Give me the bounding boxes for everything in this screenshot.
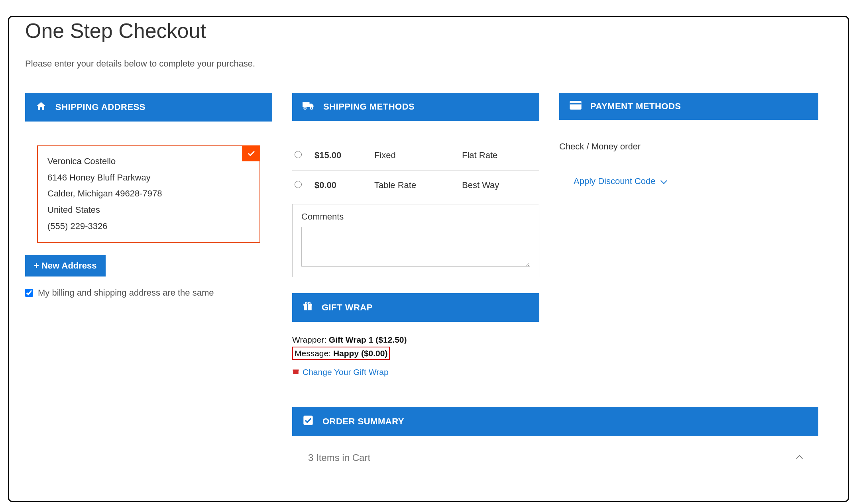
chevron-up-icon bbox=[796, 455, 803, 462]
payment-methods-header-label: PAYMENT METHODS bbox=[590, 101, 681, 112]
gift-wrap-message-line: Message: Happy ($0.00) bbox=[292, 347, 539, 360]
shipping-methods-column: SHIPPING METHODS $15.00 Fixed Flat Rate … bbox=[292, 93, 539, 467]
gift-wrap-message-value: Happy ($0.00) bbox=[333, 349, 388, 358]
home-icon bbox=[35, 101, 47, 114]
shipping-method-name: Table Rate bbox=[374, 180, 462, 190]
checkout-columns: SHIPPING ADDRESS Veronica Costello 6146 … bbox=[25, 93, 832, 467]
gift-wrap-header: GIFT WRAP bbox=[292, 293, 539, 322]
shipping-method-carrier: Best Way bbox=[462, 180, 537, 190]
chevron-down-icon bbox=[660, 177, 667, 184]
shipping-address-header-label: SHIPPING ADDRESS bbox=[55, 102, 145, 112]
order-summary-header: ORDER SUMMARY bbox=[292, 407, 818, 436]
card-icon bbox=[570, 101, 582, 112]
svg-rect-4 bbox=[307, 304, 308, 310]
svg-rect-7 bbox=[293, 371, 299, 374]
gift-wrap-body: Wrapper: Gift Wrap 1 ($12.50) Message: H… bbox=[292, 333, 539, 379]
address-card[interactable]: Veronica Costello 6146 Honey Bluff Parkw… bbox=[37, 145, 260, 243]
shipping-address-header: SHIPPING ADDRESS bbox=[25, 93, 272, 122]
comments-box: Comments bbox=[292, 204, 539, 277]
shipping-methods-table: $15.00 Fixed Flat Rate $0.00 Table Rate … bbox=[292, 141, 539, 200]
svg-point-1 bbox=[311, 107, 313, 109]
address-selected-badge bbox=[242, 145, 260, 161]
truck-icon bbox=[303, 101, 314, 113]
apply-discount-label: Apply Discount Code bbox=[574, 176, 655, 186]
billing-same-label: My billing and shipping address are the … bbox=[38, 288, 214, 298]
billing-same-checkbox[interactable] bbox=[25, 289, 33, 297]
svg-rect-8 bbox=[293, 370, 299, 371]
comments-textarea[interactable] bbox=[301, 227, 530, 267]
svg-point-5 bbox=[305, 302, 307, 304]
new-address-button[interactable]: + New Address bbox=[25, 255, 106, 277]
gift-wrap-wrapper-label: Wrapper: bbox=[292, 335, 329, 344]
svg-point-0 bbox=[304, 107, 306, 109]
shipping-method-price: $0.00 bbox=[314, 180, 374, 190]
address-country: United States bbox=[47, 202, 250, 218]
gift-wrap-header-label: GIFT WRAP bbox=[322, 302, 373, 313]
shipping-method-price: $15.00 bbox=[314, 150, 374, 161]
billing-same-checkbox-row[interactable]: My billing and shipping address are the … bbox=[25, 288, 272, 298]
address-name: Veronica Costello bbox=[47, 153, 250, 170]
payment-column: PAYMENT METHODS Check / Money order Appl… bbox=[559, 93, 818, 186]
check-square-icon bbox=[303, 415, 314, 428]
change-gift-wrap-label: Change Your Gift Wrap bbox=[303, 365, 389, 379]
order-summary-header-label: ORDER SUMMARY bbox=[322, 416, 404, 427]
cart-items-toggle[interactable]: 3 Items in Cart bbox=[292, 448, 818, 467]
gift-wrap-wrapper-line: Wrapper: Gift Wrap 1 ($12.50) bbox=[292, 333, 539, 347]
shipping-address-column: SHIPPING ADDRESS Veronica Costello 6146 … bbox=[25, 93, 272, 298]
comments-label: Comments bbox=[301, 212, 530, 222]
page-subtitle: Please enter your details below to compl… bbox=[25, 59, 832, 69]
page-title: One Step Checkout bbox=[25, 19, 832, 43]
address-street: 6146 Honey Bluff Parkway bbox=[47, 170, 250, 186]
checkout-frame: One Step Checkout Please enter your deta… bbox=[8, 16, 849, 502]
svg-rect-11 bbox=[570, 103, 581, 104]
address-phone: (555) 229-3326 bbox=[47, 218, 250, 235]
gift-icon bbox=[303, 301, 313, 314]
gift-wrap-wrapper-value: Gift Wrap 1 ($12.50) bbox=[329, 335, 407, 344]
payment-methods-header: PAYMENT METHODS bbox=[559, 93, 818, 120]
change-gift-wrap-link[interactable]: Change Your Gift Wrap bbox=[292, 365, 539, 379]
shipping-methods-header-label: SHIPPING METHODS bbox=[323, 102, 415, 112]
gift-wrap-message-label: Message: bbox=[295, 349, 333, 358]
shipping-method-carrier: Flat Rate bbox=[462, 150, 537, 161]
shipping-method-name: Fixed bbox=[374, 150, 462, 161]
shipping-method-radio[interactable] bbox=[295, 151, 302, 158]
cart-items-count: 3 Items in Cart bbox=[308, 452, 370, 463]
payment-method-item[interactable]: Check / Money order bbox=[559, 141, 818, 164]
svg-point-6 bbox=[308, 302, 310, 304]
gift-small-icon bbox=[292, 365, 299, 379]
svg-rect-10 bbox=[570, 101, 581, 110]
shipping-methods-header: SHIPPING METHODS bbox=[292, 93, 539, 121]
address-city: Calder, Michigan 49628-7978 bbox=[47, 186, 250, 202]
shipping-method-radio[interactable] bbox=[295, 181, 302, 188]
apply-discount-link[interactable]: Apply Discount Code bbox=[574, 176, 818, 186]
shipping-method-row[interactable]: $0.00 Table Rate Best Way bbox=[292, 171, 539, 200]
shipping-method-row[interactable]: $15.00 Fixed Flat Rate bbox=[292, 141, 539, 171]
